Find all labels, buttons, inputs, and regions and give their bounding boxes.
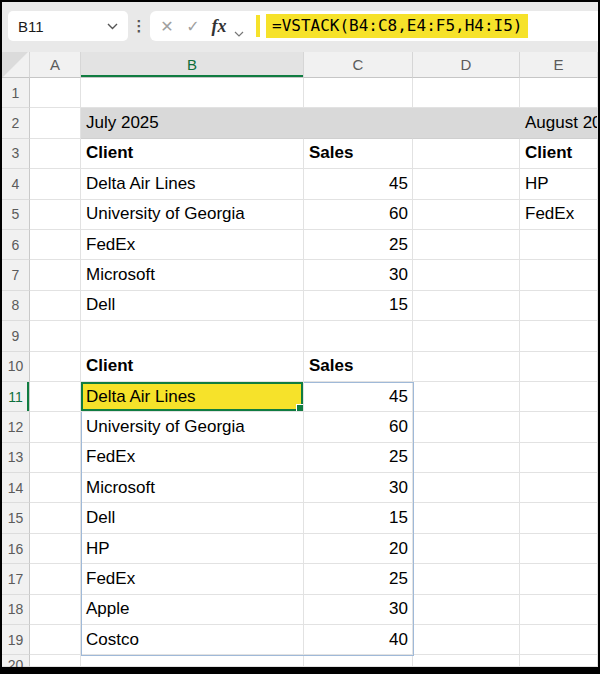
- cell-A1[interactable]: [30, 78, 81, 108]
- cell-D4[interactable]: [413, 169, 520, 199]
- cell-C14[interactable]: 30: [304, 473, 413, 503]
- name-box-dropdown-icon[interactable]: [107, 23, 118, 30]
- formula-text[interactable]: =VSTACK(B4:C8,E4:F5,H4:I5): [266, 14, 528, 38]
- select-all-corner[interactable]: [2, 52, 30, 78]
- cell-E4[interactable]: HP: [520, 169, 598, 199]
- row-header-17[interactable]: 17: [2, 564, 30, 594]
- cell-C11[interactable]: 45: [304, 382, 413, 412]
- cell-B16[interactable]: HP: [81, 534, 304, 564]
- column-header-C[interactable]: C: [304, 52, 413, 78]
- cell-E7[interactable]: [520, 260, 598, 290]
- cell-C7[interactable]: 30: [304, 260, 413, 290]
- cell-D8[interactable]: [413, 291, 520, 321]
- cell-D5[interactable]: [413, 200, 520, 230]
- cell-B2[interactable]: July 2025: [81, 108, 304, 138]
- cell-C8[interactable]: 15: [304, 291, 413, 321]
- row-header-14[interactable]: 14: [2, 473, 30, 503]
- cell-D3[interactable]: [413, 139, 520, 169]
- row-header-1[interactable]: 1: [2, 78, 30, 108]
- cell-D14[interactable]: [413, 473, 520, 503]
- cell-E18[interactable]: [520, 595, 598, 625]
- cell-C5[interactable]: 60: [304, 200, 413, 230]
- cell-C16[interactable]: 20: [304, 534, 413, 564]
- cell-E19[interactable]: [520, 625, 598, 655]
- cell-A3[interactable]: [30, 139, 81, 169]
- row-header-15[interactable]: 15: [2, 503, 30, 533]
- cell-B1[interactable]: [81, 78, 304, 108]
- cell-B15[interactable]: Dell: [81, 503, 304, 533]
- cell-E17[interactable]: [520, 564, 598, 594]
- cell-A8[interactable]: [30, 291, 81, 321]
- cell-B4[interactable]: Delta Air Lines: [81, 169, 304, 199]
- cell-E8[interactable]: [520, 291, 598, 321]
- cell-E3[interactable]: Client: [520, 139, 598, 169]
- row-header-20[interactable]: 20: [2, 655, 30, 666]
- cell-B14[interactable]: Microsoft: [81, 473, 304, 503]
- cell-E12[interactable]: [520, 412, 598, 442]
- cell-C19[interactable]: 40: [304, 625, 413, 655]
- row-header-18[interactable]: 18: [2, 595, 30, 625]
- cell-D16[interactable]: [413, 534, 520, 564]
- cell-E13[interactable]: [520, 443, 598, 473]
- cell-C1[interactable]: [304, 78, 413, 108]
- cell-C2[interactable]: [304, 108, 413, 138]
- cell-D18[interactable]: [413, 595, 520, 625]
- cell-A10[interactable]: [30, 352, 81, 382]
- cell-A16[interactable]: [30, 534, 81, 564]
- cell-E2[interactable]: August 2025: [520, 108, 598, 138]
- cell-A15[interactable]: [30, 503, 81, 533]
- cell-E5[interactable]: FedEx: [520, 200, 598, 230]
- cell-B12[interactable]: University of Georgia: [81, 412, 304, 442]
- cell-D2[interactable]: [413, 108, 520, 138]
- cell-A12[interactable]: [30, 412, 81, 442]
- cell-E6[interactable]: [520, 230, 598, 260]
- cell-A5[interactable]: [30, 200, 81, 230]
- cell-E9[interactable]: [520, 321, 598, 351]
- cell-D17[interactable]: [413, 564, 520, 594]
- row-header-7[interactable]: 7: [2, 260, 30, 290]
- cell-B7[interactable]: Microsoft: [81, 260, 304, 290]
- cell-A6[interactable]: [30, 230, 81, 260]
- row-header-10[interactable]: 10: [2, 352, 30, 382]
- cell-A14[interactable]: [30, 473, 81, 503]
- cell-A11[interactable]: [30, 382, 81, 412]
- cell-E1[interactable]: [520, 78, 598, 108]
- cell-D15[interactable]: [413, 503, 520, 533]
- row-header-16[interactable]: 16: [2, 534, 30, 564]
- row-header-6[interactable]: 6: [2, 230, 30, 260]
- cell-A13[interactable]: [30, 443, 81, 473]
- row-header-11[interactable]: 11: [2, 382, 30, 412]
- cell-B20[interactable]: [81, 655, 304, 666]
- cell-E11[interactable]: [520, 382, 598, 412]
- cell-C9[interactable]: [304, 321, 413, 351]
- cancel-icon[interactable]: ✕: [154, 17, 180, 36]
- cell-C20[interactable]: [304, 655, 413, 666]
- cell-E15[interactable]: [520, 503, 598, 533]
- formula-dropdown-icon[interactable]: [234, 23, 244, 29]
- cell-B5[interactable]: University of Georgia: [81, 200, 304, 230]
- cell-B11-active[interactable]: Delta Air Lines: [81, 382, 304, 412]
- cell-B18[interactable]: Apple: [81, 595, 304, 625]
- cell-D20[interactable]: [413, 655, 520, 666]
- row-header-3[interactable]: 3: [2, 139, 30, 169]
- enter-icon[interactable]: ✓: [180, 17, 206, 36]
- cell-A4[interactable]: [30, 169, 81, 199]
- cell-E16[interactable]: [520, 534, 598, 564]
- cell-B8[interactable]: Dell: [81, 291, 304, 321]
- cell-C18[interactable]: 30: [304, 595, 413, 625]
- cell-A20[interactable]: [30, 655, 81, 666]
- column-header-A[interactable]: A: [30, 52, 81, 78]
- cell-C6[interactable]: 25: [304, 230, 413, 260]
- cell-D13[interactable]: [413, 443, 520, 473]
- cell-D9[interactable]: [413, 321, 520, 351]
- cell-E14[interactable]: [520, 473, 598, 503]
- more-options-icon[interactable]: ⋮: [131, 11, 147, 41]
- cell-D1[interactable]: [413, 78, 520, 108]
- cell-C4[interactable]: 45: [304, 169, 413, 199]
- cell-C13[interactable]: 25: [304, 443, 413, 473]
- row-header-12[interactable]: 12: [2, 412, 30, 442]
- cell-B3[interactable]: Client: [81, 139, 304, 169]
- cell-A18[interactable]: [30, 595, 81, 625]
- row-header-19[interactable]: 19: [2, 625, 30, 655]
- formula-bar[interactable]: ✕ ✓ fx =VSTACK(B4:C8,E4:F5,H4:I5): [150, 11, 598, 41]
